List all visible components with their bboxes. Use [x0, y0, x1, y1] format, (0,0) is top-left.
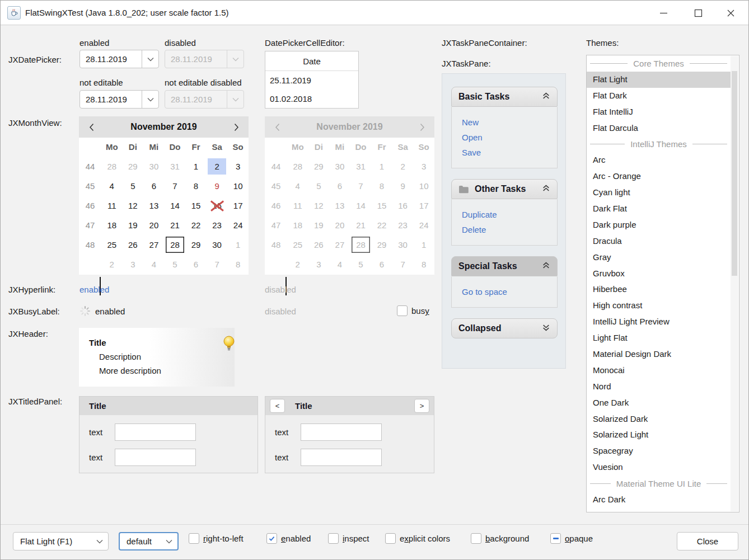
expand-icon[interactable]: [542, 323, 550, 334]
day-cell[interactable]: 31: [165, 157, 186, 176]
day-cell[interactable]: 28: [165, 235, 186, 255]
datepicker-dropdown-button[interactable]: [142, 50, 158, 68]
day-cell[interactable]: 17: [227, 196, 249, 215]
day-cell[interactable]: 5: [165, 255, 186, 274]
theme-list-item[interactable]: Vuesion: [587, 459, 731, 476]
checkbox-box[interactable]: [266, 533, 277, 544]
day-cell[interactable]: 7: [207, 255, 228, 274]
datepicker-not-editable[interactable]: 28.11.2019: [79, 90, 159, 109]
datepicker-value[interactable]: 28.11.2019: [80, 91, 142, 108]
day-cell[interactable]: 4: [143, 255, 165, 274]
day-cell[interactable]: 14: [165, 196, 186, 215]
task-link[interactable]: Duplicate: [462, 207, 547, 222]
day-cell[interactable]: 29: [185, 235, 207, 255]
day-cell[interactable]: 20: [143, 215, 165, 235]
explicit-colors-checkbox[interactable]: explicit colors: [385, 533, 450, 544]
theme-list-item[interactable]: Arc: [587, 152, 731, 168]
background-checkbox[interactable]: background: [471, 533, 529, 544]
scrollbar-thumb[interactable]: [732, 71, 737, 276]
day-cell[interactable]: 5: [123, 176, 144, 196]
right-to-left-checkbox[interactable]: right-to-left: [189, 533, 244, 544]
day-cell[interactable]: 8: [227, 255, 249, 274]
opaque-checkbox[interactable]: opaque: [550, 533, 593, 544]
datepicker-value[interactable]: 28.11.2019: [80, 50, 142, 68]
collapse-icon[interactable]: [542, 184, 550, 195]
day-cell[interactable]: 10: [227, 176, 249, 196]
day-cell[interactable]: 6: [185, 255, 207, 274]
next-button[interactable]: >: [414, 399, 429, 413]
theme-list-item[interactable]: IntelliJ Light Preview: [587, 314, 731, 330]
hyperlink-enabled[interactable]: enabled: [79, 285, 109, 294]
day-cell[interactable]: 12: [123, 196, 144, 215]
day-cell[interactable]: 21: [165, 215, 186, 235]
day-cell[interactable]: 1: [185, 157, 207, 176]
theme-combobox[interactable]: Flat Light (F1): [13, 532, 109, 550]
theme-list-item[interactable]: Flat Light: [587, 72, 731, 88]
day-cell[interactable]: 2: [101, 255, 123, 274]
day-cell[interactable]: 13: [143, 196, 165, 215]
checkbox-box[interactable]: [189, 533, 199, 544]
theme-list-item[interactable]: Flat Dark: [587, 88, 731, 104]
theme-list-item[interactable]: Gruvbox: [587, 266, 731, 282]
task-link[interactable]: Open: [462, 130, 547, 145]
text-input[interactable]: [301, 449, 382, 466]
day-cell[interactable]: 25: [101, 235, 123, 255]
day-cell[interactable]: 29: [123, 157, 144, 176]
themes-scrollbar[interactable]: [731, 56, 738, 511]
day-cell[interactable]: 3: [123, 255, 144, 274]
day-cell[interactable]: 3: [227, 157, 249, 176]
day-cell[interactable]: 7: [165, 176, 186, 196]
theme-list-item[interactable]: Nord: [587, 379, 731, 395]
day-cell[interactable]: 18: [101, 215, 123, 235]
size-combobox[interactable]: default: [119, 532, 179, 550]
taskpane-header[interactable]: Collapsed: [451, 318, 558, 338]
task-link[interactable]: New: [462, 115, 547, 130]
collapse-icon[interactable]: [542, 92, 550, 102]
day-cell[interactable]: 24: [227, 215, 249, 235]
theme-list-item[interactable]: Arc Dark: [587, 492, 731, 508]
day-cell[interactable]: 30: [143, 157, 165, 176]
checkbox-box[interactable]: [397, 305, 408, 316]
text-input[interactable]: [115, 449, 196, 466]
theme-list-item[interactable]: Gray: [587, 250, 731, 266]
datepicker-enabled[interactable]: 28.11.2019: [79, 50, 159, 68]
theme-list-item[interactable]: Arc Dark Contrast: [587, 508, 731, 512]
day-cell[interactable]: 15: [185, 196, 207, 215]
day-cell[interactable]: 26: [123, 235, 144, 255]
close-window-button[interactable]: [718, 1, 744, 25]
theme-list-item[interactable]: Solarized Dark: [587, 411, 731, 427]
theme-list-item[interactable]: Solarized Light: [587, 427, 731, 443]
day-cell[interactable]: 23: [207, 215, 228, 235]
taskpane-header[interactable]: Basic Tasks: [451, 87, 558, 107]
enabled-checkbox[interactable]: enabled: [266, 533, 311, 544]
day-cell[interactable]: 9: [207, 176, 228, 196]
datepicker-dropdown-button[interactable]: [142, 91, 158, 108]
collapse-icon[interactable]: [542, 261, 550, 272]
theme-list-item[interactable]: Material Design Dark: [587, 346, 731, 363]
next-month-icon[interactable]: [224, 123, 249, 131]
table-row[interactable]: 01.02.2018: [265, 90, 358, 108]
day-cell[interactable]: 8: [185, 176, 207, 196]
theme-list-item[interactable]: Dark purple: [587, 217, 731, 233]
theme-list-item[interactable]: Flat IntelliJ: [587, 104, 731, 120]
table-row[interactable]: 25.11.2019: [265, 71, 358, 90]
theme-list-item[interactable]: Dark Flat: [587, 201, 731, 217]
prev-month-icon[interactable]: [79, 123, 104, 131]
taskpane-header[interactable]: Other Tasks: [451, 179, 558, 199]
day-cell[interactable]: 22: [185, 215, 207, 235]
day-cell[interactable]: 4: [101, 176, 123, 196]
minimize-button[interactable]: [650, 1, 677, 25]
close-button[interactable]: Close: [677, 532, 738, 550]
theme-list-item[interactable]: Hiberbee: [587, 281, 731, 298]
text-input[interactable]: [301, 423, 382, 441]
theme-list-item[interactable]: Monocai: [587, 363, 731, 379]
theme-list-item[interactable]: Arc - Orange: [587, 168, 731, 185]
checkbox-box[interactable]: [385, 533, 396, 544]
theme-list-item[interactable]: One Dark: [587, 395, 731, 411]
day-cell[interactable]: 28: [101, 157, 123, 176]
day-cell[interactable]: 2: [207, 157, 228, 176]
day-cell[interactable]: 30: [207, 235, 228, 255]
task-link[interactable]: Go to space: [462, 284, 547, 299]
maximize-button[interactable]: [685, 1, 711, 25]
prev-button[interactable]: <: [270, 399, 285, 413]
